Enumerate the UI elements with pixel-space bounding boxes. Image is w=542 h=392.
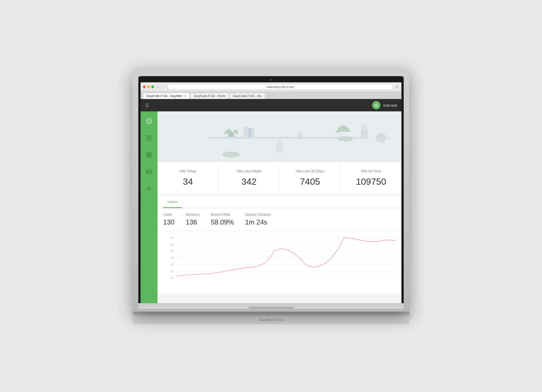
metric-label-sessions: Sessions bbox=[186, 213, 200, 217]
svg-text:19: 19 bbox=[171, 250, 174, 252]
laptop-wrapper: ‹ › www.easycode-it.com ↻ EasyCode-IT AG… bbox=[116, 68, 426, 324]
stat-value-today: 34 bbox=[167, 177, 209, 187]
svg-line-24 bbox=[362, 125, 363, 131]
tab-label: EasyCode-IT AG - EasyWeb bbox=[147, 94, 182, 98]
svg-point-1 bbox=[148, 120, 148, 121]
tab-users[interactable]: Users bbox=[163, 196, 182, 208]
chart-area: 21 20 19 18 17 bbox=[158, 231, 401, 293]
analytics-section: Users Users 130 Sessions 136 bbox=[158, 196, 401, 293]
hero-banner bbox=[158, 111, 401, 162]
main-content: Hits Today 34 Hits Last Week 342 Hits La… bbox=[158, 111, 401, 303]
stat-value-alltime: 109750 bbox=[350, 177, 392, 187]
forward-button[interactable]: › bbox=[161, 85, 166, 89]
traffic-lights bbox=[143, 85, 154, 88]
svg-rect-18 bbox=[248, 128, 251, 137]
top-nav: ☰ ⏻ root root bbox=[141, 99, 401, 111]
svg-rect-10 bbox=[147, 155, 149, 157]
svg-rect-8 bbox=[147, 153, 149, 155]
analytics-tabs: Users bbox=[158, 196, 401, 208]
svg-point-0 bbox=[147, 118, 152, 124]
screen-bezel: ‹ › www.easycode-it.com ↻ EasyCode-IT AG… bbox=[138, 76, 404, 303]
tab-home[interactable]: EasyCode-IT AG - Home bbox=[190, 93, 229, 99]
svg-text:17: 17 bbox=[171, 263, 174, 266]
analytics-chart: 21 20 19 18 17 bbox=[163, 231, 396, 287]
metric-bounce: Bounce Rate 58.09% bbox=[211, 213, 234, 226]
power-icon[interactable]: ⏻ bbox=[372, 101, 381, 109]
tab-jira[interactable]: EasyCode-IT AG - Jira bbox=[230, 93, 265, 99]
tab-close-icon[interactable]: ✕ bbox=[184, 94, 186, 98]
svg-point-16 bbox=[222, 151, 240, 158]
sidebar-item-media[interactable] bbox=[144, 167, 154, 177]
metric-users: Users 130 bbox=[163, 213, 174, 226]
tab-label: EasyCode-IT AG - Jira bbox=[233, 94, 261, 98]
svg-text:15: 15 bbox=[171, 277, 174, 279]
settings-icon bbox=[146, 186, 152, 192]
pages-icon bbox=[146, 152, 152, 158]
metric-value-duration: 1m 24s bbox=[245, 218, 271, 226]
svg-text:21: 21 bbox=[171, 236, 174, 239]
sidebar-item-design[interactable] bbox=[144, 116, 154, 126]
svg-point-3 bbox=[150, 120, 151, 121]
svg-rect-17 bbox=[244, 127, 248, 137]
maximize-button[interactable] bbox=[151, 85, 154, 88]
camera bbox=[270, 78, 272, 81]
browser-chrome: ‹ › www.easycode-it.com ↻ bbox=[141, 82, 401, 92]
sidebar-item-templates[interactable] bbox=[144, 150, 154, 160]
stat-label-today: Hits Today bbox=[167, 169, 209, 173]
browser-nav: ‹ › bbox=[156, 85, 166, 89]
back-button[interactable]: ‹ bbox=[156, 85, 160, 89]
metric-label-duration: Session Duration bbox=[245, 213, 271, 217]
metric-label-users: Users bbox=[163, 213, 174, 217]
analytics-metrics: Users 130 Sessions 136 Bounce Rate 58.09… bbox=[158, 208, 401, 231]
hero-svg bbox=[158, 111, 401, 162]
svg-point-14 bbox=[148, 188, 150, 190]
metric-sessions: Sessions 136 bbox=[186, 213, 200, 226]
svg-text:16: 16 bbox=[171, 270, 174, 273]
sidebar-item-pages[interactable] bbox=[144, 133, 154, 143]
svg-point-2 bbox=[149, 120, 150, 120]
tab-users-label: Users bbox=[168, 200, 177, 204]
svg-rect-9 bbox=[149, 153, 151, 155]
stat-card-today: Hits Today 34 bbox=[158, 162, 218, 194]
hero-illustration bbox=[158, 111, 401, 162]
image-icon bbox=[146, 169, 152, 175]
svg-rect-15 bbox=[208, 137, 361, 139]
tab-easyweb[interactable]: EasyCode-IT AG - EasyWeb ✕ bbox=[143, 93, 190, 99]
reload-button[interactable]: ↻ bbox=[395, 85, 399, 89]
laptop-base bbox=[138, 303, 404, 309]
stat-label-30days: Hits Last 30 Days bbox=[289, 169, 331, 173]
palette-icon bbox=[146, 118, 152, 124]
laptop-foot bbox=[133, 312, 409, 316]
metric-label-bounce: Bounce Rate bbox=[211, 213, 234, 217]
hamburger-menu[interactable]: ☰ bbox=[145, 103, 149, 108]
svg-point-21 bbox=[299, 131, 301, 133]
stat-card-week: Hits Last Week 342 bbox=[218, 162, 279, 194]
user-name: root root bbox=[383, 103, 397, 107]
svg-point-22 bbox=[338, 136, 353, 141]
screen: ‹ › www.easycode-it.com ↻ EasyCode-IT AG… bbox=[141, 82, 401, 303]
document-icon bbox=[146, 135, 152, 141]
metric-value-sessions: 136 bbox=[186, 218, 200, 226]
sidebar bbox=[141, 111, 158, 303]
stat-value-30days: 7405 bbox=[289, 177, 331, 187]
tab-label: EasyCode-IT AG - Home bbox=[194, 94, 225, 98]
metric-duration: Session Duration 1m 24s bbox=[245, 213, 271, 226]
address-bar[interactable]: www.easycode-it.com bbox=[168, 84, 393, 90]
svg-rect-11 bbox=[149, 155, 151, 157]
user-section: ⏻ root root bbox=[372, 101, 397, 109]
stat-card-alltime: Hits All Time 109750 bbox=[341, 162, 401, 194]
svg-rect-19 bbox=[252, 129, 254, 137]
minimize-button[interactable] bbox=[147, 85, 150, 88]
svg-rect-28 bbox=[379, 134, 384, 135]
metric-value-users: 130 bbox=[163, 218, 174, 226]
stat-card-30days: Hits Last 30 Days 7405 bbox=[280, 162, 341, 194]
svg-line-26 bbox=[366, 125, 366, 131]
close-button[interactable] bbox=[143, 85, 146, 88]
metric-value-bounce: 58.09% bbox=[211, 218, 234, 226]
url-text: www.easycode-it.com bbox=[267, 85, 294, 89]
svg-text:18: 18 bbox=[171, 256, 174, 259]
svg-rect-23 bbox=[361, 131, 368, 139]
macbook-label: MacBook Pro bbox=[133, 316, 409, 324]
stat-label-week: Hits Last Week bbox=[228, 169, 270, 173]
sidebar-item-settings[interactable] bbox=[144, 184, 154, 194]
